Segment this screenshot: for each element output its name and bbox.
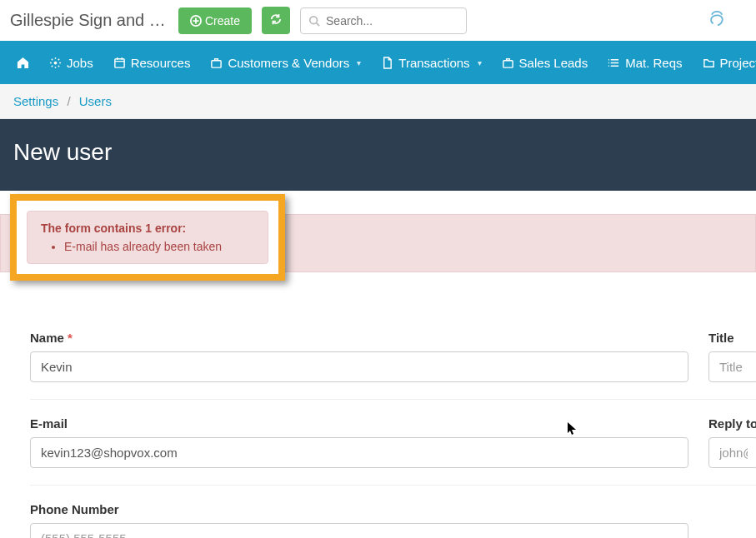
create-button[interactable]: Create <box>178 7 252 34</box>
file-icon <box>381 57 393 69</box>
plus-circle-icon <box>190 15 202 27</box>
form: Name * Title E-mail Reply to Phone Numbe… <box>0 281 756 538</box>
main-nav: Jobs Resources Customers & Vendors Trans… <box>0 41 756 84</box>
nav-sales-label: Sales Leads <box>519 56 588 70</box>
calendar-icon <box>113 57 126 69</box>
email-label: E-mail <box>30 416 688 431</box>
folder-icon <box>703 57 715 69</box>
error-alert: The form contains 1 error: E-mail has al… <box>27 211 268 264</box>
nav-transactions[interactable]: Transactions <box>371 42 491 83</box>
phone-field[interactable] <box>30 523 688 538</box>
company-name: Gillespie Sign and … <box>10 11 168 30</box>
refresh-icon <box>270 13 282 25</box>
top-bar: Gillespie Sign and … Create <box>0 0 756 41</box>
briefcase-icon <box>210 57 223 69</box>
svg-rect-5 <box>503 60 512 67</box>
nav-resources[interactable]: Resources <box>103 42 201 83</box>
nav-sales-leads[interactable]: Sales Leads <box>492 42 598 83</box>
nav-jobs-label: Jobs <box>67 56 93 70</box>
phone-label: Phone Number <box>30 502 688 516</box>
nav-transactions-label: Transactions <box>398 56 469 70</box>
title-field[interactable] <box>708 351 756 382</box>
nav-mat-reqs[interactable]: Mat. Reqs <box>598 42 692 83</box>
create-label: Create <box>205 14 240 27</box>
highlight-annotation: The form contains 1 error: E-mail has al… <box>10 194 285 281</box>
nav-projects[interactable]: Projects <box>693 42 756 83</box>
replyto-field[interactable] <box>708 437 756 468</box>
name-field[interactable] <box>30 351 688 382</box>
nav-projects-label: Projects <box>720 56 756 70</box>
breadcrumb-settings[interactable]: Settings <box>13 94 58 108</box>
app-logo <box>706 7 729 33</box>
page-title: New user <box>13 139 743 166</box>
home-icon <box>17 57 29 69</box>
nav-jobs[interactable]: Jobs <box>39 42 103 83</box>
search-input[interactable] <box>300 7 467 34</box>
error-item: E-mail has already been taken <box>64 240 254 253</box>
nav-matreqs-label: Mat. Reqs <box>625 56 682 70</box>
search-wrapper <box>300 7 467 34</box>
gears-icon <box>49 57 62 69</box>
page-header: New user <box>0 119 756 191</box>
svg-rect-4 <box>212 60 221 67</box>
nav-home[interactable] <box>7 43 39 82</box>
error-list: E-mail has already been taken <box>64 240 254 253</box>
list-icon <box>608 57 620 69</box>
search-icon <box>308 15 320 27</box>
title-label: Title <box>708 331 756 345</box>
breadcrumb-separator: / <box>67 94 70 108</box>
refresh-button[interactable] <box>262 7 290 34</box>
briefcase-icon <box>502 57 514 69</box>
nav-customers-label: Customers & Vendors <box>228 56 349 70</box>
name-label: Name * <box>30 331 688 345</box>
cursor-icon <box>567 421 578 440</box>
nav-resources-label: Resources <box>131 56 191 70</box>
svg-point-2 <box>54 61 58 64</box>
svg-rect-3 <box>115 58 124 67</box>
email-field[interactable] <box>30 437 688 468</box>
nav-customers[interactable]: Customers & Vendors <box>200 42 371 83</box>
breadcrumb: Settings / Users <box>0 84 756 119</box>
error-heading: The form contains 1 error: <box>41 222 186 235</box>
replyto-label: Reply to <box>708 416 756 431</box>
breadcrumb-users[interactable]: Users <box>79 94 112 108</box>
svg-point-1 <box>310 16 318 23</box>
